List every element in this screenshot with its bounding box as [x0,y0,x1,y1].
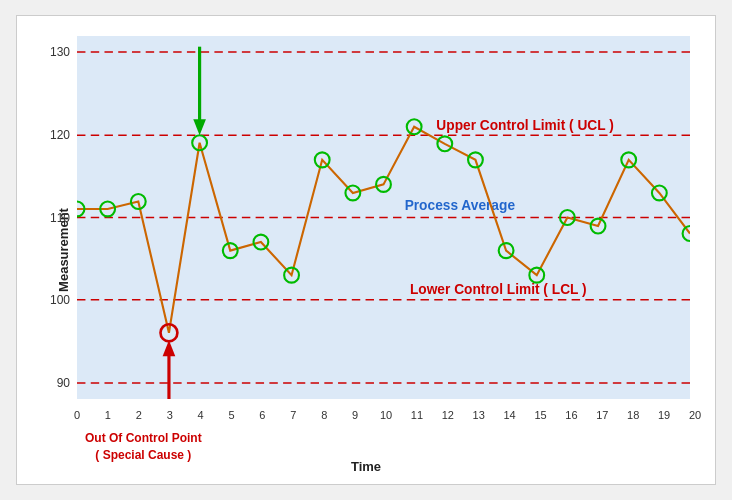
x-tick-1: 1 [105,409,111,421]
y-tick-90: 90 [57,376,70,390]
x-tick-20: 20 [689,409,701,421]
x-tick-2: 2 [136,409,142,421]
x-tick-17: 17 [596,409,608,421]
out-of-control-annotation: Out Of Control Point ( Special Cause ) [85,430,202,464]
y-tick-120: 120 [50,128,70,142]
x-tick-13: 13 [473,409,485,421]
x-tick-6: 6 [259,409,265,421]
y-tick-110: 110 [50,211,70,225]
x-tick-4: 4 [198,409,204,421]
x-tick-3: 3 [167,409,173,421]
y-tick-130: 130 [50,45,70,59]
x-tick-16: 16 [565,409,577,421]
x-tick-12: 12 [442,409,454,421]
x-tick-15: 15 [534,409,546,421]
x-tick-11: 11 [411,409,423,421]
x-tick-19: 19 [658,409,670,421]
svg-text:Process Average: Process Average [405,198,516,213]
x-tick-0: 0 [74,409,80,421]
chart-svg: Upper Control Limit ( UCL ) Process Aver… [77,36,690,399]
x-tick-5: 5 [228,409,234,421]
chart-container: Measurement Time Due to Normal variation… [16,15,716,485]
x-tick-8: 8 [321,409,327,421]
x-tick-10: 10 [380,409,392,421]
x-tick-14: 14 [503,409,515,421]
x-axis-ticks: 0 1 2 3 4 5 6 7 8 9 10 11 12 13 14 15 16… [77,409,695,429]
x-tick-7: 7 [290,409,296,421]
y-tick-100: 100 [50,293,70,307]
svg-text:Upper Control Limit ( UCL ): Upper Control Limit ( UCL ) [436,118,613,133]
y-axis-ticks: 130 120 110 100 90 [27,36,75,399]
x-axis-label: Time [351,459,381,474]
svg-text:Lower Control Limit ( LCL ): Lower Control Limit ( LCL ) [410,282,587,297]
x-tick-18: 18 [627,409,639,421]
x-tick-9: 9 [352,409,358,421]
